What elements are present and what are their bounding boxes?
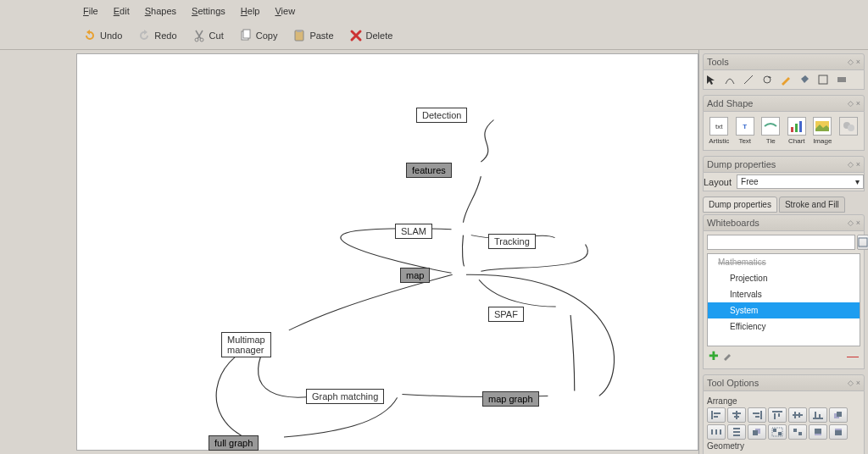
node-spaf[interactable]: SPAF — [488, 307, 524, 322]
main-area: Detection features SLAM Tracking map SPA… — [0, 50, 868, 454]
cut-label: Cut — [209, 30, 224, 41]
tree-parent[interactable]: Mathematics — [708, 254, 860, 270]
close-icon[interactable]: × — [856, 99, 860, 108]
svg-rect-50 — [815, 429, 821, 434]
menu-file[interactable]: File — [76, 3, 105, 19]
svg-rect-40 — [733, 431, 740, 433]
diamond-icon[interactable]: ◇ — [848, 219, 854, 227]
dumpprops-panel: Dump properties ◇ × Layout Free ▾ — [703, 156, 865, 191]
node-tracking[interactable]: Tracking — [488, 234, 536, 249]
tree-efficiency[interactable]: Efficiency — [708, 318, 860, 335]
distribute-h-button[interactable] — [707, 424, 726, 440]
delete-button[interactable]: Delete — [342, 25, 400, 46]
send-back-button[interactable] — [748, 424, 766, 440]
remove-icon[interactable]: — — [847, 349, 859, 363]
shape-artistic[interactable]: txtArtistic — [707, 115, 732, 147]
svg-rect-31 — [813, 418, 823, 419]
shape-tie[interactable]: Tie — [759, 115, 783, 147]
node-graphmatching[interactable]: Graph matching — [306, 389, 384, 404]
bring-front-button[interactable] — [829, 407, 848, 423]
align-bottom-button[interactable] — [809, 407, 827, 423]
brush-icon[interactable] — [722, 349, 734, 363]
menu-view[interactable]: View — [268, 3, 302, 19]
ungroup-button[interactable] — [788, 424, 807, 440]
tab-stroke[interactable]: Stroke and Fill — [779, 197, 845, 213]
raise-button[interactable] — [809, 424, 827, 440]
node-detection[interactable]: Detection — [416, 108, 467, 123]
align-left-button[interactable] — [707, 407, 726, 423]
add-whiteboard-button[interactable] — [857, 235, 868, 250]
close-icon[interactable]: × — [856, 219, 860, 227]
align-center-h-button[interactable] — [727, 407, 746, 423]
layout-select[interactable]: Free ▾ — [737, 174, 864, 189]
svg-rect-19 — [736, 411, 737, 419]
close-icon[interactable]: × — [856, 160, 860, 169]
node-fullgraph[interactable]: full graph — [209, 435, 259, 451]
menu-help[interactable]: Help — [234, 3, 267, 19]
redo-button[interactable]: Redo — [131, 25, 183, 46]
node-multimap[interactable]: Multimap manager — [221, 332, 271, 357]
tools-panel-header[interactable]: Tools ◇ × — [703, 53, 865, 70]
shape-chart[interactable]: Chart — [785, 115, 810, 147]
bucket-tool-icon[interactable] — [798, 74, 810, 86]
close-icon[interactable]: × — [856, 58, 860, 66]
cut-button[interactable]: Cut — [186, 25, 231, 46]
tooloptions-header[interactable]: Tool Options ◇ × — [703, 374, 865, 391]
whiteboard-tree[interactable]: Mathematics Projection Intervals System … — [707, 253, 860, 346]
text-label: Text — [738, 137, 751, 145]
tree-system[interactable]: System — [708, 302, 860, 318]
tree-projection[interactable]: Projection — [708, 270, 860, 286]
whiteboards-body: Mathematics Projection Intervals System … — [703, 231, 865, 369]
node-map[interactable]: map — [400, 268, 430, 283]
svg-point-0 — [195, 38, 198, 42]
dumpprops-header[interactable]: Dump properties ◇ × — [703, 156, 865, 173]
shape-image[interactable]: Image — [810, 115, 835, 147]
svg-rect-9 — [791, 127, 793, 132]
right-panel: Tools ◇ × Add Shape ◇ × — [698, 50, 868, 454]
svg-rect-16 — [711, 411, 713, 419]
connectors-layer — [77, 54, 698, 450]
canvas[interactable]: Detection features SLAM Tracking map SPA… — [76, 53, 698, 451]
tooloptions-panel: Tool Options ◇ × Arrange — [703, 374, 865, 454]
svg-rect-11 — [799, 121, 802, 132]
diamond-icon[interactable]: ◇ — [848, 99, 854, 108]
curve-tool-icon[interactable] — [724, 74, 736, 86]
lower-button[interactable] — [829, 424, 848, 440]
menu-shapes[interactable]: Shapes — [138, 3, 183, 19]
undo-button[interactable]: Undo — [76, 25, 129, 46]
menu-settings[interactable]: Settings — [185, 3, 232, 19]
shape-more[interactable] — [837, 115, 861, 147]
paste-button[interactable]: Paste — [286, 25, 340, 46]
tree-intervals[interactable]: Intervals — [708, 286, 860, 302]
diamond-icon[interactable]: ◇ — [848, 58, 854, 66]
close-icon[interactable]: × — [856, 379, 860, 387]
pencil-tool-icon[interactable] — [780, 74, 792, 86]
diamond-icon[interactable]: ◇ — [848, 160, 854, 169]
group-button[interactable] — [768, 424, 787, 440]
node-mapgraph[interactable]: map graph — [482, 391, 539, 407]
rotate-tool-icon[interactable] — [761, 74, 773, 86]
node-slam[interactable]: SLAM — [395, 224, 432, 239]
whiteboard-actions: ✚ — — [707, 346, 860, 365]
frame-tool-icon[interactable] — [817, 74, 829, 86]
tab-dump[interactable]: Dump properties — [703, 197, 777, 213]
menu-edit[interactable]: Edit — [107, 3, 136, 19]
distribute-v-button[interactable] — [727, 424, 746, 440]
whiteboard-name-input[interactable] — [707, 235, 855, 250]
diamond-icon[interactable]: ◇ — [848, 379, 854, 387]
shape-text[interactable]: TText — [733, 115, 758, 147]
align-middle-button[interactable] — [788, 407, 807, 423]
copy-label: Copy — [256, 30, 278, 41]
gradient-tool-icon[interactable] — [836, 74, 848, 86]
copy-button[interactable]: Copy — [232, 25, 285, 46]
line-tool-icon[interactable] — [743, 74, 754, 86]
node-features[interactable]: features — [406, 163, 452, 178]
layout-value: Free — [741, 177, 759, 186]
align-right-button[interactable] — [748, 407, 766, 423]
add-icon[interactable]: ✚ — [709, 349, 719, 363]
addshape-header[interactable]: Add Shape ◇ × — [703, 95, 865, 112]
svg-rect-33 — [819, 414, 821, 418]
pointer-tool-icon[interactable] — [705, 74, 717, 86]
whiteboards-header[interactable]: Whiteboards ◇ × — [703, 214, 865, 231]
align-top-button[interactable] — [768, 407, 787, 423]
